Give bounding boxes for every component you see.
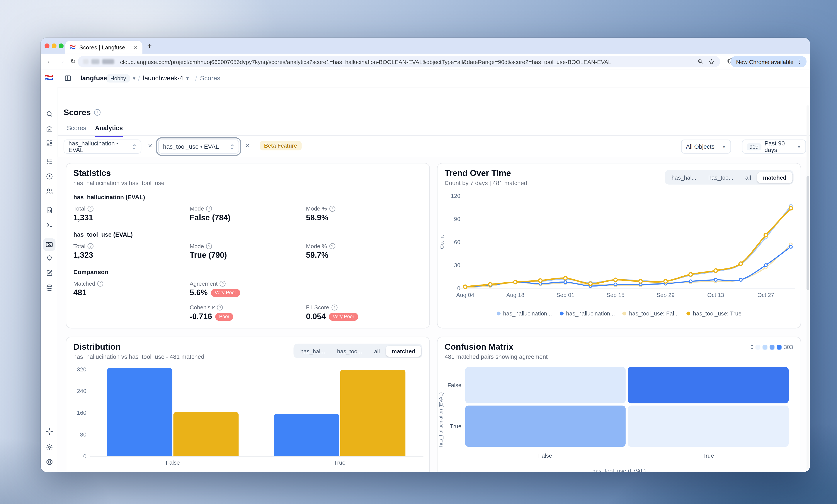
zoom-window-button[interactable] bbox=[58, 43, 63, 48]
cell-true-false[interactable] bbox=[465, 406, 626, 447]
back-icon[interactable]: ← bbox=[46, 57, 53, 65]
info-icon[interactable]: i bbox=[94, 109, 101, 115]
breadcrumb-page[interactable]: Scores bbox=[200, 70, 220, 87]
legend-item[interactable]: has_tool_use: True bbox=[687, 310, 742, 317]
plan-badge-wrap: Hobby ▼ bbox=[107, 70, 137, 87]
scores-icon[interactable] bbox=[43, 238, 55, 251]
help-icon[interactable]: ? bbox=[331, 304, 337, 310]
users-icon[interactable] bbox=[45, 187, 53, 195]
playground-terminal-icon[interactable] bbox=[45, 220, 53, 228]
help-icon[interactable]: ? bbox=[329, 243, 335, 249]
beta-feature-badge: Beta Feature bbox=[260, 141, 301, 150]
object-filter-label: All Objects bbox=[686, 143, 714, 150]
stat-modepct-1: Mode %? 58.9% bbox=[306, 205, 423, 222]
help-icon[interactable]: ? bbox=[329, 206, 335, 211]
stat-value: 59.7% bbox=[306, 251, 423, 260]
sessions-clock-icon[interactable] bbox=[45, 172, 53, 180]
url-text: cloud.langfuse.com/project/cmhnuoj660007… bbox=[120, 58, 693, 65]
legend-label: has_tool_use: True bbox=[693, 310, 742, 317]
legend-item[interactable]: has_tool_use: Fal... bbox=[623, 310, 679, 317]
new-tab-button[interactable]: + bbox=[147, 41, 152, 50]
prompts-icon[interactable] bbox=[45, 206, 53, 214]
search-icon[interactable] bbox=[45, 110, 53, 118]
bar-has_hallucination-True[interactable] bbox=[274, 414, 339, 456]
statistics-card: Statistics has_hallucination vs has_tool… bbox=[66, 163, 430, 329]
kebab-menu-icon[interactable]: ⋮ bbox=[797, 59, 802, 64]
svg-text:Oct 27: Oct 27 bbox=[758, 292, 774, 298]
legend-label: has_hallucination... bbox=[503, 310, 552, 317]
cell-false-false[interactable] bbox=[465, 367, 626, 404]
stat-label: F1 Score bbox=[306, 304, 329, 311]
sidebar-toggle-icon[interactable] bbox=[64, 74, 72, 82]
redacted-block bbox=[83, 59, 89, 64]
svg-text:Sep 01: Sep 01 bbox=[556, 292, 574, 298]
new-chrome-available-button[interactable]: New Chrome available ⋮ bbox=[731, 56, 806, 67]
cell-true-true[interactable] bbox=[628, 406, 789, 447]
distribution-plot: 080160240320FalseTrue bbox=[66, 337, 429, 471]
remove-score1-icon[interactable]: ✕ bbox=[148, 143, 153, 149]
langfuse-logo-icon[interactable] bbox=[44, 73, 54, 82]
home-icon[interactable] bbox=[45, 124, 53, 132]
help-icon[interactable]: ? bbox=[97, 280, 103, 286]
help-icon[interactable]: ? bbox=[217, 304, 223, 310]
help-icon[interactable]: ? bbox=[88, 243, 93, 249]
legend-item[interactable]: has_hallucination... bbox=[497, 310, 552, 317]
annotation-icon[interactable] bbox=[45, 269, 53, 277]
trend-tab-matched[interactable]: matched bbox=[757, 172, 793, 183]
help-icon[interactable]: ? bbox=[206, 243, 212, 249]
help-icon[interactable]: ? bbox=[88, 206, 93, 211]
breadcrumb-project[interactable]: launchweek-4 ▼ bbox=[143, 70, 190, 87]
section-heading: has_tool_use (EVAL) bbox=[73, 231, 423, 238]
dashboard-icon[interactable] bbox=[45, 139, 53, 147]
stat-label: Agreement bbox=[190, 280, 217, 287]
stat-value: 58.9% bbox=[306, 213, 423, 222]
page-title-row: Scores i bbox=[64, 108, 101, 117]
breadcrumb-org[interactable]: langfuse bbox=[81, 70, 107, 87]
scrollbar[interactable] bbox=[806, 105, 809, 470]
bar-has_tool_use-False[interactable] bbox=[173, 412, 238, 456]
evaluation-lightbulb-icon[interactable] bbox=[45, 254, 53, 262]
forward-icon[interactable]: → bbox=[58, 57, 65, 65]
minimize-window-button[interactable] bbox=[51, 43, 56, 48]
bar-has_hallucination-False[interactable] bbox=[107, 368, 172, 456]
upgrade-sparkle-icon[interactable] bbox=[45, 427, 53, 435]
score2-select[interactable]: has_tool_use • EVAL bbox=[158, 139, 239, 154]
trend-tab-score1[interactable]: has_hal... bbox=[666, 172, 702, 183]
help-icon[interactable]: ? bbox=[206, 206, 212, 211]
stat-value: 5.6% bbox=[190, 288, 208, 297]
app-header: langfuse Hobby ▼ / launchweek-4 ▼ / Scor… bbox=[41, 70, 810, 87]
trend-tab-score2[interactable]: has_too... bbox=[702, 172, 740, 183]
remove-score2-icon[interactable]: ✕ bbox=[245, 143, 250, 149]
cell-false-true[interactable] bbox=[628, 367, 789, 404]
scale-max: 303 bbox=[784, 344, 793, 350]
help-icon[interactable]: ? bbox=[220, 280, 226, 286]
date-range-select[interactable]: 90d Past 90 days ▼ bbox=[742, 139, 806, 154]
col-label-true: True bbox=[676, 452, 741, 459]
browser-tab[interactable]: Scores | Langfuse ✕ bbox=[65, 41, 142, 54]
svg-text:Count: Count bbox=[439, 235, 445, 249]
zoom-page-icon[interactable] bbox=[697, 59, 703, 64]
chevron-down-icon[interactable]: ▼ bbox=[185, 76, 190, 80]
bar-has_tool_use-True[interactable] bbox=[340, 370, 406, 456]
settings-gear-icon[interactable] bbox=[45, 443, 53, 451]
svg-text:Sep 29: Sep 29 bbox=[657, 292, 675, 298]
support-lifebuoy-icon[interactable] bbox=[45, 458, 53, 466]
datasets-database-icon[interactable] bbox=[45, 283, 53, 292]
reload-icon[interactable]: ↻ bbox=[70, 57, 76, 65]
trend-card: Trend Over Time Count by 7 days | 481 ma… bbox=[437, 163, 801, 329]
section-heading: Comparison bbox=[73, 269, 423, 275]
scale-swatch bbox=[756, 344, 761, 350]
tab-close-icon[interactable]: ✕ bbox=[133, 44, 138, 50]
object-filter-select[interactable]: All Objects ▼ bbox=[681, 139, 731, 154]
tracing-icon[interactable] bbox=[45, 157, 53, 166]
url-bar[interactable]: cloud.langfuse.com/project/cmhnuoj660007… bbox=[78, 56, 720, 67]
score2-label: has_tool_use • EVAL bbox=[163, 143, 219, 150]
legend-item[interactable]: has_hallucination... bbox=[559, 310, 615, 317]
score1-select[interactable]: has_hallucination • EVAL bbox=[64, 139, 141, 154]
bookmark-star-icon[interactable] bbox=[708, 58, 715, 65]
langfuse-app: langfuse Hobby ▼ / launchweek-4 ▼ / Scor… bbox=[41, 70, 810, 472]
scrollbar-thumb[interactable] bbox=[806, 176, 809, 290]
close-window-button[interactable] bbox=[44, 43, 49, 48]
svg-text:30: 30 bbox=[454, 262, 460, 268]
trend-tab-all[interactable]: all bbox=[740, 172, 757, 183]
